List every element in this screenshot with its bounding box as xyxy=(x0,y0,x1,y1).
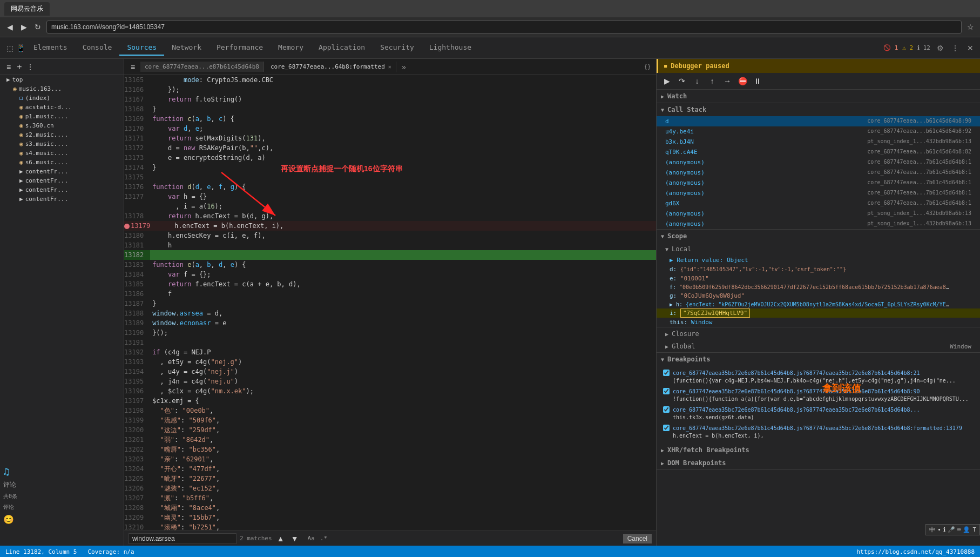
devtools-mobile-icon[interactable]: 📱 xyxy=(15,43,26,53)
tab-network[interactable]: Network xyxy=(164,40,209,56)
tree-acstatic[interactable]: ◉ acstatic-d... xyxy=(0,103,124,112)
file-tab-minified[interactable]: core_687747eaea...e87b61c45d64b8 xyxy=(140,62,264,72)
nav-forward[interactable]: ▶ xyxy=(18,22,29,32)
cs-file: core_687747eaea...7b61c45d64b8:1 xyxy=(867,200,971,207)
return-value-text: ▶ Return value: Object xyxy=(670,257,748,264)
code-area[interactable]: 13165 mode: CryptoJS.mode.CBC 13166 }); … xyxy=(124,75,656,531)
close-devtools-icon[interactable]: ✕ xyxy=(965,43,976,53)
step-out-btn[interactable]: ↑ xyxy=(706,75,718,87)
call-stack-item[interactable]: u4y.be4i core_687747eaea...b61c45d64b8:9… xyxy=(657,126,980,137)
search-input[interactable] xyxy=(129,533,236,544)
tree-s360[interactable]: ◉ s.360.cn xyxy=(0,121,124,130)
more-options-icon[interactable]: ⋮ xyxy=(950,43,961,53)
tree-contentfr4[interactable]: ▶ contentFr... xyxy=(0,194,124,204)
search-next-btn[interactable]: ▼ xyxy=(289,533,300,544)
tree-s6music[interactable]: ◉ s6.music.... xyxy=(0,158,124,167)
tree-contentfr3[interactable]: ▶ contentFr... xyxy=(0,185,124,194)
closure-header[interactable]: ▶ Closure xyxy=(657,327,980,340)
ime-toolbar: 中 • ℹ 🎤 ⌨ 👤 T xyxy=(925,524,980,535)
dom-bp-header[interactable]: ▶ DOM Breakpoints xyxy=(657,457,980,469)
local-scope-header[interactable]: ▼ Local xyxy=(657,243,980,256)
bp-checkbox[interactable] xyxy=(663,370,670,376)
code-line: 13186 f xyxy=(124,289,656,299)
toggle-sidebar-btn[interactable]: ≡ xyxy=(3,62,14,72)
close-tab-icon[interactable]: ✕ xyxy=(388,64,391,70)
cs-file: pt_song_index_1...432bdb98a6b:13 xyxy=(867,138,971,145)
step-into-btn[interactable]: ↓ xyxy=(691,75,703,87)
tree-contentfr1[interactable]: ▶ contentFr... xyxy=(0,167,124,176)
tab-elements[interactable]: Elements xyxy=(26,40,75,56)
code-line: 13206 "魅装": "ec152", xyxy=(124,484,656,493)
add-file-btn[interactable]: + xyxy=(14,62,25,72)
tab-performance[interactable]: Performance xyxy=(209,40,271,56)
bp-checkbox[interactable] xyxy=(663,425,670,431)
scope-header[interactable]: ▼ Scope xyxy=(657,230,980,243)
music-icon[interactable]: ♫ xyxy=(3,466,17,477)
bp-item: core_687747eaea35bc72e6e87b61c45d64b8.js… xyxy=(661,386,976,405)
step-over-btn[interactable]: ↷ xyxy=(676,75,688,87)
file-tab-formatted[interactable]: core_687747eaea...64b8:formatted ✕ xyxy=(266,62,396,72)
tree-music163[interactable]: ◉ music.163... xyxy=(0,84,124,93)
call-stack-header[interactable]: ▼ Call Stack xyxy=(657,103,980,116)
address-bar[interactable] xyxy=(46,21,962,33)
watch-header[interactable]: ▶ Watch xyxy=(657,90,980,103)
toggle-file-tree-btn[interactable]: ≡ xyxy=(127,62,138,72)
nav-back[interactable]: ◀ xyxy=(4,22,15,32)
deactivate-breakpoints-btn[interactable]: ⛔ xyxy=(736,75,748,87)
global-header[interactable]: ▶ Global xyxy=(665,343,695,350)
emoji-icon[interactable]: 😊 xyxy=(3,514,17,525)
tab-sources[interactable]: Sources xyxy=(119,40,164,56)
settings-icon[interactable]: ⚙ xyxy=(935,43,945,53)
tab-console[interactable]: Console xyxy=(75,40,120,56)
more-tabs-icon[interactable]: » xyxy=(398,62,409,72)
bookmark-icon[interactable]: ☆ xyxy=(965,22,976,32)
resume-btn[interactable]: ▶ xyxy=(661,75,673,87)
tree-s3music[interactable]: ◉ s3.music.... xyxy=(0,139,124,149)
folder-icon: ◉ xyxy=(19,113,23,120)
tree-top[interactable]: ▶ top xyxy=(0,75,124,84)
format-icon[interactable]: { } xyxy=(642,62,653,72)
tree-p1music[interactable]: ◉ p1.music.... xyxy=(0,112,124,121)
tab-memory[interactable]: Memory xyxy=(271,40,311,56)
call-stack-item[interactable]: (anonymous) core_687747eaea...7b61c45d64… xyxy=(657,188,980,198)
code-line: 13195 , j4n = c4g("nej.u") xyxy=(124,377,656,386)
debugger-paused-banner: ◾ Debugger paused xyxy=(657,59,980,73)
call-stack-item[interactable]: (anonymous) core_687747eaea...7b61c45d64… xyxy=(657,157,980,167)
regex-btn[interactable]: .* xyxy=(320,535,327,542)
cancel-search-btn[interactable]: Cancel xyxy=(623,534,652,543)
step-btn[interactable]: → xyxy=(721,75,733,87)
folder-icon: ◉ xyxy=(19,140,23,147)
code-line: 13207 "溅": "b5ff6", xyxy=(124,493,656,503)
tab-security[interactable]: Security xyxy=(373,40,422,56)
tab-lighthouse[interactable]: Lighthouse xyxy=(422,40,479,56)
tab-application[interactable]: Application xyxy=(311,40,373,56)
xhr-fetch-header[interactable]: ▶ XHR/fetch Breakpoints xyxy=(657,444,980,457)
tree-index[interactable]: ◻ (index) xyxy=(0,93,124,103)
call-stack-item[interactable]: qT9K.cA4E core_687747eaea...b61c45d64b8:… xyxy=(657,147,980,157)
call-stack-item[interactable]: b3x.bJ4N pt_song_index_1...432bdb98a6b:1… xyxy=(657,137,980,147)
tree-s2music[interactable]: ◉ s2.music.... xyxy=(0,130,124,139)
pause-exceptions-btn[interactable]: ⏸ xyxy=(752,75,763,87)
code-line: , i = a(16); xyxy=(124,202,656,211)
bp-checkbox[interactable] xyxy=(663,388,670,394)
code-line: 13181 h xyxy=(124,240,656,250)
nav-refresh[interactable]: ↻ xyxy=(32,22,43,32)
bp-checkbox[interactable] xyxy=(663,406,670,413)
call-stack-item[interactable]: (anonymous) core_687747eaea...7b61c45d64… xyxy=(657,167,980,178)
call-stack-item[interactable]: gd6X core_687747eaea...7b61c45d64b8:1 xyxy=(657,198,980,209)
more-tree-icon[interactable]: ⋮ xyxy=(25,62,36,72)
search-prev-btn[interactable]: ▲ xyxy=(275,533,286,544)
breakpoints-header[interactable]: ▼ Breakpoints xyxy=(657,353,980,366)
call-stack-item[interactable]: (anonymous) pt_song_index_1...432bdb98a6… xyxy=(657,209,980,219)
call-stack-item[interactable]: d core_687747eaea...b61c45d64b8:90 xyxy=(657,116,980,126)
tree-contentfr2[interactable]: ▶ contentFr... xyxy=(0,176,124,185)
global-arrow: ▶ xyxy=(665,344,668,350)
devtools-toolbar: ⬚ 📱 Elements Console Sources Network Per… xyxy=(0,37,980,59)
tree-s4music[interactable]: ◉ s4.music.... xyxy=(0,149,124,158)
browser-tab[interactable]: 网易云音乐 xyxy=(4,2,50,16)
match-case-btn[interactable]: Aa xyxy=(308,535,315,542)
devtools-inspect-icon[interactable]: ⬚ xyxy=(4,43,15,53)
call-stack-item[interactable]: (anonymous) core_687747eaea...7b61c45d64… xyxy=(657,178,980,188)
file-tab-name: core_687747eaea...e87b61c45d64b8 xyxy=(145,63,259,70)
call-stack-item[interactable]: (anonymous) pt_song_index_1...432bdb98a6… xyxy=(657,219,980,229)
